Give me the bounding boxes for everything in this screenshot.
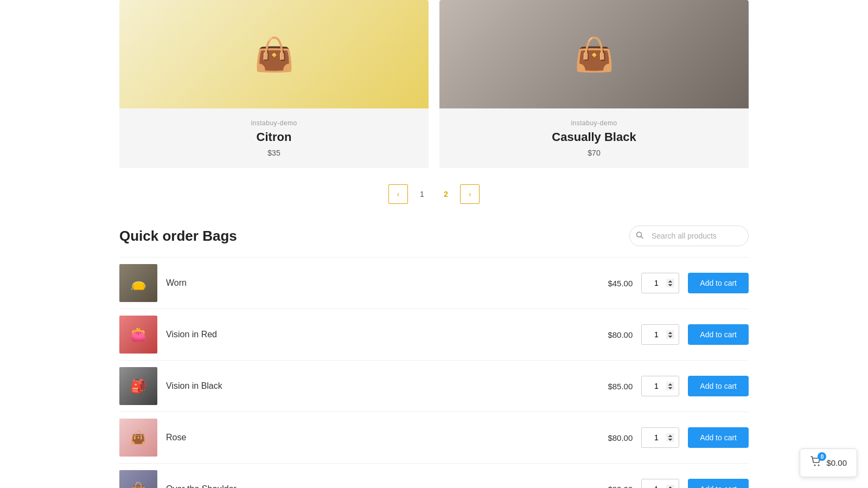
product-price-worn: $45.00 [589, 279, 633, 288]
cart-count: 0 [818, 452, 826, 461]
product-image-worn: 👝 [119, 264, 157, 302]
product-card-citron[interactable]: 👜 instabuy-demo Citron $35 [119, 0, 429, 168]
product-image-vision-red: 👛 [119, 316, 157, 354]
svg-point-3 [818, 465, 820, 466]
product-card-price-casually-black: $70 [450, 149, 738, 157]
product-price-vision-red: $80.00 [589, 330, 633, 339]
cart-total: $0.00 [826, 458, 847, 467]
prev-page-button[interactable]: ‹ [388, 184, 408, 204]
add-to-cart-button-vision-red[interactable]: Add to cart [688, 324, 749, 345]
product-card-image-casually-black: 👜 [439, 0, 749, 108]
product-card-casually-black[interactable]: 👜 instabuy-demo Casually Black $70 [439, 0, 749, 168]
quantity-input-vision-red[interactable] [641, 324, 679, 345]
product-price-rose: $80.00 [589, 433, 633, 442]
product-card-image-citron: 👜 [119, 0, 429, 108]
product-name-rose: Rose [166, 433, 580, 442]
table-row: 👜 Rose $80.00 Add to cart [119, 412, 749, 464]
product-card-store-casually-black: instabuy-demo [450, 119, 738, 127]
product-card-price-citron: $35 [130, 149, 418, 157]
table-row: 👛 Vision in Red $80.00 Add to cart [119, 309, 749, 361]
search-input[interactable] [629, 226, 749, 246]
quick-order-title: Quick order Bags [119, 228, 237, 245]
add-to-cart-button-over-shoulder[interactable]: Add to cart [688, 479, 749, 488]
search-wrapper [629, 226, 749, 246]
quantity-input-over-shoulder[interactable] [641, 479, 679, 488]
page-1[interactable]: 1 [412, 184, 432, 204]
product-name-vision-red: Vision in Red [166, 330, 580, 339]
cart-widget[interactable]: 0 $0.00 [800, 448, 857, 477]
cart-icon: 0 [810, 455, 822, 470]
product-name-over-shoulder: Over the Shoulder [166, 484, 580, 488]
add-to-cart-button-rose[interactable]: Add to cart [688, 427, 749, 448]
page-2[interactable]: 2 [436, 184, 456, 204]
featured-products-section: 👜 instabuy-demo Citron $35 👜 instabuy-de… [119, 0, 749, 168]
svg-point-2 [814, 465, 816, 466]
product-card-store-citron: instabuy-demo [130, 119, 418, 127]
product-price-over-shoulder: $80.00 [589, 485, 633, 489]
quantity-input-rose[interactable] [641, 427, 679, 448]
product-price-vision-black: $85.00 [589, 382, 633, 391]
product-card-name-casually-black: Casually Black [450, 130, 738, 144]
product-name-vision-black: Vision in Black [166, 381, 580, 391]
product-card-name-citron: Citron [130, 130, 418, 144]
pagination: ‹ 1 2 › [119, 184, 749, 204]
product-name-worn: Worn [166, 278, 580, 288]
quantity-input-vision-black[interactable] [641, 376, 679, 396]
product-image-vision-black: 🎒 [119, 367, 157, 405]
svg-line-1 [641, 236, 643, 239]
search-icon [636, 232, 643, 241]
add-to-cart-button-worn[interactable]: Add to cart [688, 273, 749, 293]
add-to-cart-button-vision-black[interactable]: Add to cart [688, 376, 749, 396]
product-list: 👝 Worn $45.00 Add to cart 👛 Vision in Re… [119, 257, 749, 488]
table-row: 👝 Worn $45.00 Add to cart [119, 258, 749, 309]
product-image-over-shoulder: 👜 [119, 470, 157, 488]
product-image-rose: 👜 [119, 419, 157, 457]
next-page-button[interactable]: › [460, 184, 480, 204]
table-row: 🎒 Vision in Black $85.00 Add to cart [119, 361, 749, 412]
table-row: 👜 Over the Shoulder $80.00 Add to cart [119, 464, 749, 488]
quantity-input-worn[interactable] [641, 273, 679, 293]
quick-order-header: Quick order Bags [119, 226, 749, 246]
